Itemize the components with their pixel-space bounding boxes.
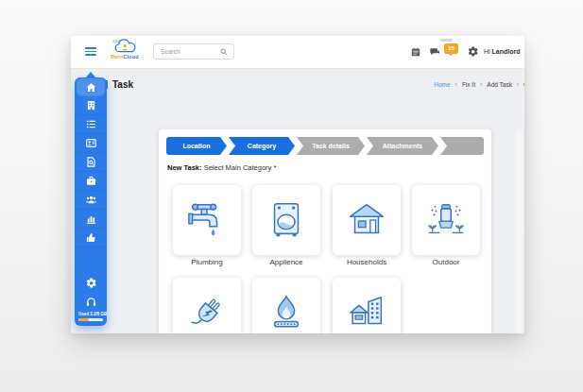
category-house-exterior: House Exterior: [333, 278, 401, 333]
category-label: Plumbing: [173, 259, 241, 267]
category-applience: Applience: [252, 185, 320, 267]
briefcase-icon: [86, 176, 96, 186]
app-window: RentCloud 15: [71, 36, 524, 333]
chat-icon[interactable]: [430, 47, 439, 57]
users-icon: [86, 195, 96, 205]
sidebar-item-home[interactable]: [77, 78, 105, 96]
search-icon: [220, 48, 228, 56]
breadcrumb-fix-it[interactable]: Fix It: [462, 81, 475, 88]
vertical-scrollbar[interactable]: [515, 129, 523, 333]
content-area: Task Home › Fix It › Add Task › C Locati…: [71, 68, 524, 333]
storage-progress-track: [78, 318, 103, 321]
category-card-outdoor[interactable]: [412, 185, 480, 255]
brand-name: RentCloud: [105, 55, 145, 60]
category-card-plumbing[interactable]: [173, 185, 241, 255]
faucet-icon: [185, 198, 229, 242]
sidebar-item-reports[interactable]: [75, 210, 107, 229]
notification-badge[interactable]: 15: [444, 43, 458, 54]
cloud-logo-icon: [113, 39, 137, 54]
contact-card-icon: [86, 138, 96, 148]
breadcrumb: Home › Fix It › Add Task › C: [434, 81, 524, 88]
step-location[interactable]: Location: [166, 137, 227, 155]
building-icon: [86, 100, 96, 111]
breadcrumb-add-task[interactable]: Add Task: [487, 81, 512, 88]
sidebar-item-feedback[interactable]: [75, 229, 107, 247]
rentcloud-logo[interactable]: RentCloud: [105, 39, 145, 60]
category-households: Households: [333, 185, 401, 267]
category-label: Applience: [252, 259, 320, 267]
category-card-gas-heating[interactable]: [252, 278, 320, 333]
sidebar-nav: Used 2.2/5 GB: [75, 77, 107, 326]
user-greeting[interactable]: Hi Landlord: [484, 48, 521, 55]
search-box: [153, 43, 234, 60]
breadcrumb-current: C: [523, 81, 524, 88]
category-card-applience[interactable]: [252, 185, 320, 255]
page-title: Task: [112, 79, 133, 90]
task-wizard-card: Location Category Task details Attachmen…: [159, 129, 491, 333]
sidebar-item-support[interactable]: [75, 292, 107, 311]
step-tail: [440, 137, 484, 155]
list-icon: [86, 119, 96, 129]
buildings-icon: [345, 291, 388, 333]
collapsed-tooltip-dash: [440, 39, 453, 42]
step-task-details[interactable]: Task details: [297, 137, 365, 155]
gear-icon[interactable]: [468, 46, 478, 57]
plug-icon: [185, 291, 229, 333]
breadcrumb-home[interactable]: Home: [434, 81, 450, 88]
sprinkler-icon: [424, 198, 468, 242]
sidebar-item-documents[interactable]: [75, 153, 107, 172]
house-icon: [345, 198, 388, 242]
search-input[interactable]: [154, 47, 220, 56]
category-label: Outdoor: [412, 259, 480, 267]
category-plumbing: Plumbing: [173, 185, 241, 267]
storage-label: Used 2.2/5 GB: [78, 312, 103, 316]
home-icon: [86, 82, 96, 93]
storage-progress-fill: [78, 318, 89, 321]
bar-chart-icon: [86, 213, 96, 224]
sidebar-item-list[interactable]: [75, 115, 107, 134]
gear-icon: [86, 278, 96, 288]
category-card-electical[interactable]: [173, 278, 241, 333]
sidebar-item-contacts[interactable]: [75, 134, 107, 153]
breadcrumb-separator: ›: [480, 81, 482, 88]
category-card-house-exterior[interactable]: [333, 278, 401, 333]
calendar-icon[interactable]: [411, 47, 420, 57]
document-search-icon: [86, 157, 96, 167]
form-prompt: New Task: Select Main Category *: [167, 163, 276, 172]
desktop-background: RentCloud 15: [0, 0, 583, 392]
category-card-households[interactable]: [333, 185, 401, 255]
washing-machine-icon: [265, 198, 308, 242]
app-header: RentCloud 15: [71, 36, 524, 68]
storage-meter: Used 2.2/5 GB: [75, 311, 107, 326]
flame-icon: [265, 291, 308, 333]
menu-icon[interactable]: [85, 47, 96, 57]
sidebar-item-jobs[interactable]: [75, 172, 107, 191]
category-label: Households: [333, 259, 401, 267]
sidebar-item-tenants[interactable]: [75, 191, 107, 210]
category-outdoor: Outdoor: [412, 185, 480, 267]
breadcrumb-separator: ›: [517, 81, 519, 88]
breadcrumb-separator: ›: [455, 81, 457, 88]
step-attachments[interactable]: Attachments: [367, 137, 438, 155]
step-category[interactable]: Category: [229, 137, 295, 155]
sidebar-item-settings[interactable]: [75, 273, 107, 292]
category-gas-heating: Gas & Heating: [252, 278, 320, 333]
category-electical: Electical: [173, 278, 241, 333]
wizard-steps: Location Category Task details Attachmen…: [166, 137, 484, 155]
sidebar-spacer: [75, 247, 107, 273]
sidebar-item-properties[interactable]: [75, 96, 107, 115]
thumbs-up-icon: [86, 232, 96, 243]
headphones-icon: [86, 297, 96, 307]
